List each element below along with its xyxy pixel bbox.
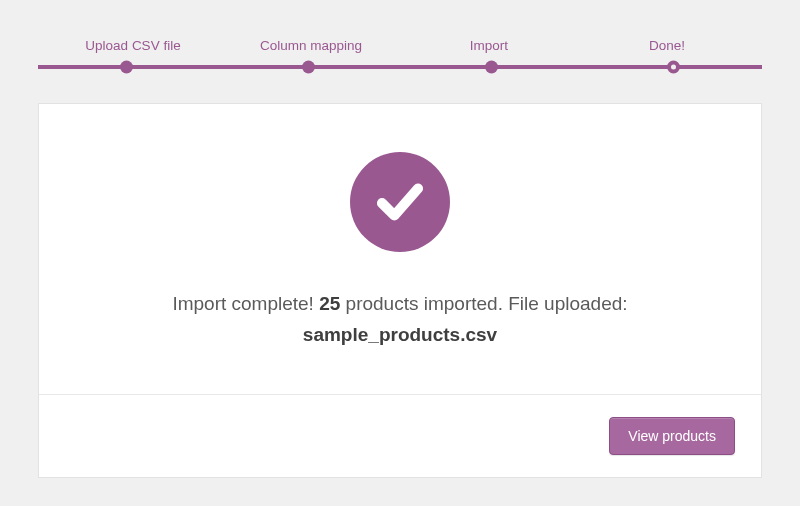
import-count: 25 <box>319 293 340 314</box>
step-dot-2 <box>302 61 315 74</box>
step-dot-4 <box>667 61 680 74</box>
step-upload: Upload CSV file <box>44 38 222 53</box>
result-card: Import complete! 25 products imported. F… <box>38 103 762 478</box>
checkmark-icon <box>350 152 450 252</box>
view-products-button[interactable]: View products <box>609 417 735 455</box>
step-dot-3 <box>485 61 498 74</box>
message-prefix: Import complete! <box>172 293 319 314</box>
card-footer: View products <box>39 394 761 477</box>
import-message: Import complete! 25 products imported. F… <box>79 288 721 320</box>
progress-stepper: Upload CSV file Column mapping Import Do… <box>38 0 762 103</box>
stepper-track <box>38 65 762 69</box>
step-done: Done! <box>578 38 756 53</box>
step-dot-1 <box>120 61 133 74</box>
uploaded-filename: sample_products.csv <box>79 324 721 346</box>
step-mapping: Column mapping <box>222 38 400 53</box>
step-import: Import <box>400 38 578 53</box>
message-suffix: products imported. File uploaded: <box>340 293 627 314</box>
